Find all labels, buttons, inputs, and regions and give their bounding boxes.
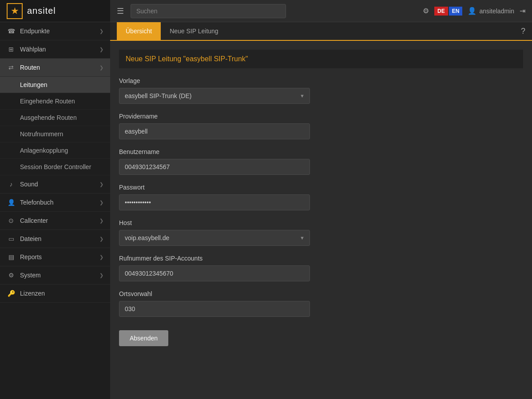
contact-icon: 👤 <box>7 199 16 206</box>
sound-icon: ♪ <box>7 181 16 188</box>
search-box <box>131 4 286 18</box>
settings-icon[interactable]: ⚙ <box>423 7 429 15</box>
rufnummer-input[interactable] <box>119 265 310 281</box>
route-icon: ⇄ <box>7 64 16 71</box>
form-group-ortsvorwahl: Ortsvorwahl <box>119 290 523 317</box>
benutzername-label: Benutzername <box>119 148 523 155</box>
host-label: Host <box>119 219 523 226</box>
logo-icon: ★ <box>7 3 23 19</box>
vorlage-select[interactable]: easybell SIP-Trunk (DE) <box>119 88 310 104</box>
chevron-right-icon: ❯ <box>99 218 103 224</box>
form-group-host: Host voip.easybell.de <box>119 219 523 246</box>
chevron-right-icon: ❯ <box>99 182 103 187</box>
sidebar-item-waehlplan[interactable]: ⊞ Wählplan ❯ <box>0 40 110 59</box>
main-area: ☰ ⚙ DE EN 👤 ansiteladmin ⇥ Ü <box>110 0 532 399</box>
sidebar-item-anlagenkopplung[interactable]: Anlagenkopplung <box>0 142 110 159</box>
form-group-rufnummer: Rufnummer des SIP-Accounts <box>119 255 523 281</box>
vorlage-select-wrapper: easybell SIP-Trunk (DE) <box>119 88 310 104</box>
language-switcher: DE EN <box>434 7 462 16</box>
sidebar-item-sound[interactable]: ♪ Sound ❯ <box>0 175 110 194</box>
host-select[interactable]: voip.easybell.de <box>119 230 310 246</box>
sidebar-nav: ☎ Endpunkte ❯ ⊞ Wählplan ❯ ⇄ Routen ❯ Le… <box>0 22 110 399</box>
chevron-right-icon: ❯ <box>99 236 103 242</box>
chevron-right-icon: ❯ <box>99 273 103 278</box>
user-icon: 👤 <box>468 7 476 15</box>
chevron-right-icon: ❯ <box>99 254 103 260</box>
form-container: Neue SIP Leitung "easybell SIP-Trunk" Vo… <box>110 41 532 364</box>
phone-icon: ☎ <box>7 28 16 35</box>
form-group-providername: Providername <box>119 113 523 139</box>
help-icon[interactable]: ? <box>521 27 525 36</box>
grid-icon: ⊞ <box>7 46 16 53</box>
ortsvorwahl-label: Ortsvorwahl <box>119 290 523 297</box>
tab-neue-sip-leitung[interactable]: Neue SIP Leitung <box>161 22 227 40</box>
tabs-bar: Übersicht Neue SIP Leitung ? <box>110 22 532 41</box>
header-right: ⚙ DE EN 👤 ansiteladmin ⇥ <box>423 7 525 16</box>
username-label: ansiteladmin <box>479 8 514 15</box>
sidebar: ★ ansitel ☎ Endpunkte ❯ ⊞ Wählplan ❯ ⇄ <box>0 0 110 399</box>
passwort-label: Passwort <box>119 184 523 191</box>
providername-input[interactable] <box>119 123 310 139</box>
sidebar-item-endpunkte[interactable]: ☎ Endpunkte ❯ <box>0 22 110 40</box>
callcenter-icon: ⊙ <box>7 217 16 224</box>
sidebar-item-dateien[interactable]: ▭ Dateien ❯ <box>0 230 110 248</box>
logo-text: ansitel <box>27 6 56 16</box>
reports-icon: ▤ <box>7 253 16 261</box>
passwort-input[interactable] <box>119 194 310 210</box>
sidebar-item-telefonbuch[interactable]: 👤 Telefonbuch ❯ <box>0 194 110 212</box>
user-info[interactable]: 👤 ansiteladmin <box>468 7 514 15</box>
form-group-vorlage: Vorlage easybell SIP-Trunk (DE) <box>119 77 523 104</box>
submit-button[interactable]: Absenden <box>119 330 168 346</box>
rufnummer-label: Rufnummer des SIP-Accounts <box>119 255 523 262</box>
hamburger-button[interactable]: ☰ <box>117 6 124 16</box>
sidebar-item-notrufnummern[interactable]: Notrufnummern <box>0 126 110 142</box>
sidebar-item-session-border-controller[interactable]: Session Border Controller <box>0 159 110 175</box>
vorlage-label: Vorlage <box>119 77 523 84</box>
sidebar-item-callcenter[interactable]: ⊙ Callcenter ❯ <box>0 212 110 230</box>
sidebar-item-ausgehende-routen[interactable]: Ausgehende Routen <box>0 110 110 126</box>
header: ☰ ⚙ DE EN 👤 ansiteladmin ⇥ <box>110 0 532 22</box>
chevron-right-icon: ❯ <box>99 28 103 34</box>
sidebar-item-system[interactable]: ⚙ System ❯ <box>0 266 110 284</box>
form-title: Neue SIP Leitung "easybell SIP-Trunk" <box>119 50 523 68</box>
system-icon: ⚙ <box>7 272 16 279</box>
logout-button[interactable]: ⇥ <box>520 7 525 15</box>
license-icon: 🔑 <box>7 290 16 297</box>
ortsvorwahl-input[interactable] <box>119 301 310 317</box>
chevron-down-icon: ❯ <box>99 65 103 71</box>
benutzername-input[interactable] <box>119 159 310 175</box>
tab-ubersicht[interactable]: Übersicht <box>117 22 161 40</box>
providername-label: Providername <box>119 113 523 120</box>
form-group-passwort: Passwort <box>119 184 523 210</box>
sidebar-item-leitungen[interactable]: Leitungen <box>0 77 110 93</box>
lang-de-button[interactable]: DE <box>434 7 448 16</box>
content-area: Übersicht Neue SIP Leitung ? Neue SIP Le… <box>110 22 532 399</box>
chevron-right-icon: ❯ <box>99 47 103 52</box>
sidebar-item-eingehende-routen[interactable]: Eingehende Routen <box>0 93 110 110</box>
sidebar-item-lizenzen[interactable]: 🔑 Lizenzen <box>0 284 110 303</box>
sidebar-item-routen[interactable]: ⇄ Routen ❯ <box>0 59 110 77</box>
chevron-right-icon: ❯ <box>99 200 103 205</box>
sidebar-item-reports[interactable]: ▤ Reports ❯ <box>0 248 110 266</box>
search-input[interactable] <box>131 4 286 18</box>
form-group-benutzername: Benutzername <box>119 148 523 175</box>
logo: ★ ansitel <box>0 0 110 22</box>
folder-icon: ▭ <box>7 235 16 242</box>
host-select-wrapper: voip.easybell.de <box>119 230 310 246</box>
lang-en-button[interactable]: EN <box>449 7 463 16</box>
